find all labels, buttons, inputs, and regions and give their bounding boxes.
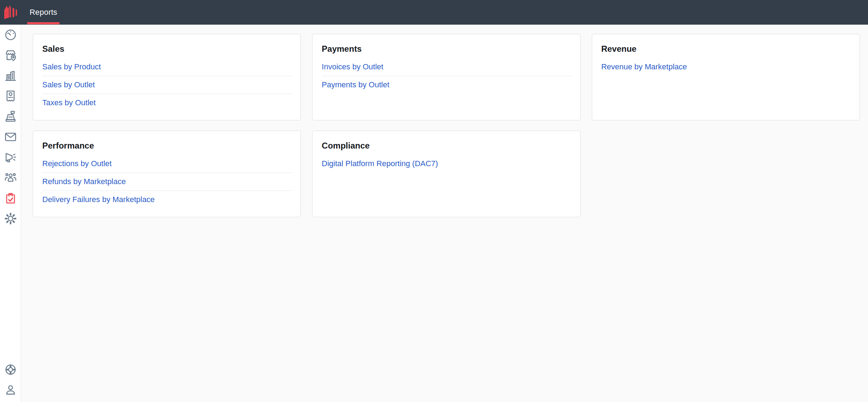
team-icon bbox=[4, 171, 17, 184]
report-link-row[interactable]: Rejections by Outlet bbox=[42, 155, 291, 173]
report-link-payments-by-outlet[interactable]: Payments by Outlet bbox=[322, 81, 389, 89]
report-cards-grid: Sales Sales by Product Sales by Outlet T… bbox=[33, 34, 860, 217]
sidebar-item-locations[interactable] bbox=[0, 45, 21, 65]
sidebar-item-pos[interactable] bbox=[0, 106, 21, 127]
card-title: Compliance bbox=[322, 140, 571, 151]
card-title: Payments bbox=[322, 43, 571, 55]
report-link-row[interactable]: Sales by Outlet bbox=[42, 76, 291, 94]
report-link-digital-platform-reporting[interactable]: Digital Platform Reporting (DAC7) bbox=[322, 160, 438, 168]
user-profile-icon bbox=[4, 383, 17, 397]
sidebar-item-announcements[interactable] bbox=[0, 147, 21, 168]
settings-gear-icon bbox=[4, 212, 17, 225]
sidebar bbox=[0, 25, 21, 402]
report-link-taxes-by-outlet[interactable]: Taxes by Outlet bbox=[42, 99, 96, 107]
topbar: Reports bbox=[0, 0, 868, 25]
topbar-tabs: Reports bbox=[27, 0, 60, 25]
sidebar-nav-top bbox=[0, 25, 21, 229]
report-link-sales-by-product[interactable]: Sales by Product bbox=[42, 63, 101, 71]
tab-reports[interactable]: Reports bbox=[27, 0, 60, 25]
app-logo[interactable] bbox=[0, 0, 21, 25]
report-link-row[interactable]: Delivery Failures by Marketplace bbox=[42, 191, 291, 208]
help-lifebuoy-icon bbox=[4, 363, 17, 376]
sidebar-item-help[interactable] bbox=[0, 359, 21, 380]
sidebar-item-team[interactable] bbox=[0, 168, 21, 188]
brand-logo-icon bbox=[2, 3, 19, 21]
card-link-list: Digital Platform Reporting (DAC7) bbox=[322, 155, 571, 172]
card-link-list: Revenue by Marketplace bbox=[601, 58, 850, 76]
sidebar-item-profile[interactable] bbox=[0, 380, 21, 400]
megaphone-icon bbox=[4, 151, 17, 164]
report-link-row[interactable]: Taxes by Outlet bbox=[42, 94, 291, 112]
report-link-row[interactable]: Sales by Product bbox=[42, 58, 291, 76]
card-title: Sales bbox=[42, 43, 291, 55]
card-link-list: Invoices by Outlet Payments by Outlet bbox=[322, 58, 571, 94]
report-link-delivery-failures-by-marketplace[interactable]: Delivery Failures by Marketplace bbox=[42, 196, 155, 203]
report-link-revenue-by-marketplace[interactable]: Revenue by Marketplace bbox=[601, 63, 687, 71]
cash-register-icon bbox=[4, 110, 17, 123]
receipt-contact-icon bbox=[4, 89, 17, 103]
card-link-list: Rejections by Outlet Refunds by Marketpl… bbox=[42, 155, 291, 208]
card-payments: Payments Invoices by Outlet Payments by … bbox=[312, 34, 580, 120]
sidebar-item-messages[interactable] bbox=[0, 127, 21, 147]
sidebar-item-orders[interactable] bbox=[0, 86, 21, 106]
report-link-row[interactable]: Revenue by Marketplace bbox=[601, 58, 850, 76]
reports-page: Sales Sales by Product Sales by Outlet T… bbox=[21, 25, 868, 402]
sidebar-item-dashboard[interactable] bbox=[0, 25, 21, 45]
mail-icon bbox=[4, 130, 17, 144]
active-tab-underline bbox=[27, 22, 60, 24]
card-title: Revenue bbox=[601, 43, 850, 55]
report-link-sales-by-outlet[interactable]: Sales by Outlet bbox=[42, 81, 95, 89]
card-sales: Sales Sales by Product Sales by Outlet T… bbox=[33, 34, 301, 120]
buildings-icon bbox=[4, 69, 17, 82]
sidebar-item-company[interactable] bbox=[0, 65, 21, 86]
tab-reports-label: Reports bbox=[30, 0, 57, 25]
card-title: Performance bbox=[42, 140, 291, 151]
dashboard-gauge-icon bbox=[4, 28, 17, 42]
report-link-row[interactable]: Digital Platform Reporting (DAC7) bbox=[322, 155, 571, 172]
report-link-refunds-by-marketplace[interactable]: Refunds by Marketplace bbox=[42, 178, 126, 186]
card-link-list: Sales by Product Sales by Outlet Taxes b… bbox=[42, 58, 291, 112]
card-compliance: Compliance Digital Platform Reporting (D… bbox=[312, 131, 580, 217]
sidebar-item-settings[interactable] bbox=[0, 208, 21, 229]
report-link-row[interactable]: Invoices by Outlet bbox=[322, 58, 571, 76]
report-link-row[interactable]: Refunds by Marketplace bbox=[42, 173, 291, 191]
sidebar-nav-bottom bbox=[0, 359, 21, 402]
store-location-icon bbox=[4, 49, 17, 62]
card-revenue: Revenue Revenue by Marketplace bbox=[592, 34, 860, 120]
report-link-invoices-by-outlet[interactable]: Invoices by Outlet bbox=[322, 63, 383, 71]
report-link-row[interactable]: Payments by Outlet bbox=[322, 76, 571, 94]
card-performance: Performance Rejections by Outlet Refunds… bbox=[33, 131, 301, 217]
report-link-rejections-by-outlet[interactable]: Rejections by Outlet bbox=[42, 160, 112, 168]
reports-clipboard-icon bbox=[4, 191, 17, 205]
sidebar-item-reports[interactable] bbox=[0, 188, 21, 208]
